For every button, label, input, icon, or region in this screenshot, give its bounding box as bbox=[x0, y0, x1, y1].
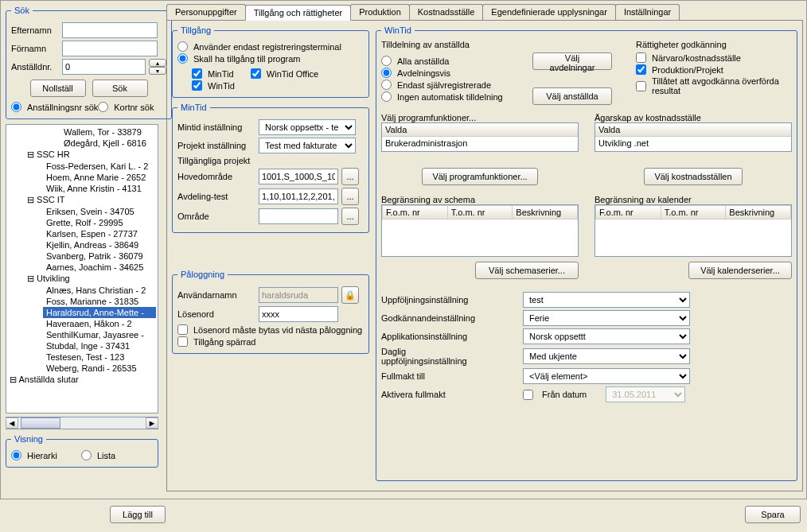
prod-check[interactable] bbox=[636, 64, 646, 75]
mustchange-check[interactable] bbox=[177, 324, 188, 335]
tillatet-check[interactable] bbox=[636, 81, 646, 91]
mintid-setting-select[interactable]: Norsk oppsettx - te bbox=[259, 119, 356, 135]
lastname-label: Efternamn bbox=[11, 25, 59, 35]
blocked-check[interactable] bbox=[177, 336, 188, 347]
tree-item[interactable]: Grette, Rolf - 29995 bbox=[43, 217, 156, 228]
tree-item[interactable]: Wiik, Anne Kristin - 4131 bbox=[43, 183, 156, 194]
tree-item[interactable]: Kjellin, Andreas - 38649 bbox=[43, 239, 156, 250]
agar-listbox[interactable]: Valda Utvikling .net bbox=[595, 122, 792, 152]
tab-1[interactable]: Tillgång och rättigheter bbox=[245, 5, 352, 21]
fullmakt-select[interactable]: <Välj element> bbox=[523, 368, 690, 384]
search-legend: Sök bbox=[11, 6, 33, 15]
tillgang-fieldset: Tillgång Använder endast registreringste… bbox=[172, 25, 369, 98]
uppfolj-select[interactable]: test bbox=[523, 292, 690, 308]
tree-item[interactable]: Karlsen, Espen - 27737 bbox=[43, 228, 156, 239]
tree-item[interactable]: Eriksen, Svein - 34705 bbox=[43, 206, 156, 217]
tree-item[interactable]: Foss-Pedersen, Kari L. - 2 bbox=[43, 161, 156, 172]
firstname-label: Förnamn bbox=[11, 44, 59, 53]
lastname-input[interactable] bbox=[62, 22, 158, 38]
tree-item[interactable]: SenthilKumar, Jayasree - bbox=[43, 329, 156, 340]
godkann-select[interactable]: Ferie bbox=[523, 310, 690, 326]
tree-item[interactable]: Ødegård, Kjell - 6816 bbox=[60, 138, 156, 149]
search-fieldset: Sök Efternamn Förnamn Anställdnr.▲▼ Noll… bbox=[6, 6, 172, 119]
wintidoffice-check[interactable] bbox=[251, 68, 261, 79]
tree-item[interactable]: Haveraaen, Håkon - 2 bbox=[43, 318, 156, 329]
employee-tree[interactable]: Wallem, Tor - 33879Ødegård, Kjell - 6816… bbox=[6, 124, 158, 414]
pfunk-button[interactable]: Välj programfunktioner... bbox=[422, 168, 537, 185]
hovedomrade-input[interactable] bbox=[259, 169, 338, 184]
tree-group[interactable]: SSC IT bbox=[25, 194, 156, 206]
save-button[interactable]: Spara bbox=[745, 506, 801, 523]
visning-legend: Visning bbox=[11, 434, 46, 444]
tree-group[interactable]: Utvikling bbox=[25, 273, 156, 285]
tree-item[interactable]: Weberg, Randi - 26535 bbox=[43, 363, 156, 374]
add-button[interactable]: Lägg till bbox=[110, 506, 166, 523]
date-select: 31.05.2011 bbox=[606, 386, 685, 402]
daglig-select[interactable]: Med ukjente bbox=[523, 348, 690, 364]
lock-icon[interactable]: 🔒 bbox=[341, 286, 359, 304]
cardno-search-radio[interactable] bbox=[98, 102, 108, 112]
tree-hscroll[interactable]: ◄► bbox=[6, 417, 158, 429]
hovedomrade-browse[interactable]: ... bbox=[341, 168, 359, 185]
schema-button[interactable]: Välj schemaserier... bbox=[475, 262, 579, 279]
tab-5[interactable]: Inställningar bbox=[615, 4, 680, 20]
visning-fieldset: Visning Hierarki Lista bbox=[6, 434, 158, 468]
aktivera-check[interactable] bbox=[523, 390, 533, 400]
terminal-radio[interactable] bbox=[177, 41, 188, 52]
alla-radio[interactable] bbox=[381, 56, 392, 66]
kost-button[interactable]: Välj kostnadsställen bbox=[644, 168, 742, 185]
username-input bbox=[259, 287, 338, 303]
empno-label: Anställdnr. bbox=[11, 62, 59, 72]
firstname-input[interactable] bbox=[62, 41, 158, 56]
password-input[interactable] bbox=[259, 306, 338, 322]
valj-avd-button[interactable]: Välj avdelningar bbox=[532, 52, 612, 70]
program-radio[interactable] bbox=[177, 53, 188, 64]
tree-item[interactable]: Testesen, Test - 123 bbox=[43, 351, 156, 363]
project-setting-select[interactable]: Test med fakturate bbox=[259, 138, 356, 153]
mintid-fieldset: MinTid Mintid inställningNorsk oppsettx … bbox=[172, 103, 369, 233]
lista-radio[interactable] bbox=[81, 450, 92, 460]
omrade-input[interactable] bbox=[259, 208, 338, 224]
avdeling-input[interactable] bbox=[259, 188, 338, 204]
schema-grid[interactable]: F.o.m. nrT.o.m. nrBeskrivning bbox=[381, 204, 579, 257]
pfunk-listbox[interactable]: Valda Brukeradministrasjon bbox=[381, 122, 579, 152]
paloggning-fieldset: Påloggning Användarnamn🔒 Lösenord Löseno… bbox=[172, 270, 369, 354]
tree-group[interactable]: SSC HR bbox=[25, 149, 156, 161]
tab-3[interactable]: Kostnadsställe bbox=[409, 4, 484, 20]
mintid-check[interactable] bbox=[192, 68, 202, 79]
valj-anst-button[interactable]: Välj anställda bbox=[532, 87, 612, 105]
tree-item[interactable]: Alnæs, Hans Christian - 2 bbox=[43, 285, 156, 296]
reset-button[interactable]: Nollställ bbox=[30, 80, 86, 97]
tabs: PersonuppgifterTillgång och rättigheterP… bbox=[166, 4, 803, 21]
tree-item[interactable]: Haraldsrud, Anne-Mette - bbox=[43, 307, 156, 318]
endast-radio[interactable] bbox=[381, 80, 392, 90]
wintid-fieldset: WinTid Tilldelning av anställda Alla ans… bbox=[376, 25, 797, 481]
omrade-browse[interactable]: ... bbox=[341, 208, 359, 225]
narvaro-check[interactable] bbox=[636, 52, 646, 63]
tree-item[interactable]: Hoem, Anne Marie - 2652 bbox=[43, 172, 156, 183]
ingen-radio[interactable] bbox=[381, 91, 392, 102]
tab-4[interactable]: Egendefinierade upplysningar bbox=[482, 4, 616, 20]
app-select[interactable]: Norsk oppsettt bbox=[523, 328, 690, 344]
empno-search-radio[interactable] bbox=[11, 102, 21, 112]
avdeling-browse[interactable]: ... bbox=[341, 188, 359, 205]
tree-item[interactable]: Svanberg, Patrik - 36079 bbox=[43, 250, 156, 262]
kal-button[interactable]: Välj kalenderserier... bbox=[688, 262, 792, 279]
empno-input[interactable] bbox=[62, 59, 146, 75]
tab-0[interactable]: Personuppgifter bbox=[166, 4, 246, 20]
wintid-check[interactable] bbox=[192, 80, 202, 91]
hierarki-radio[interactable] bbox=[11, 450, 21, 460]
tree-item[interactable]: Foss, Marianne - 31835 bbox=[43, 296, 156, 307]
search-button[interactable]: Sök bbox=[92, 80, 148, 97]
tree-group[interactable]: Anställda slutar bbox=[8, 374, 156, 386]
tree-item[interactable]: Wallem, Tor - 33879 bbox=[60, 126, 156, 138]
tab-2[interactable]: Produktion bbox=[350, 4, 410, 20]
avd-radio[interactable] bbox=[381, 68, 392, 78]
tree-item[interactable]: Aarnes, Joachim - 34625 bbox=[43, 262, 156, 273]
kal-grid[interactable]: F.o.m. nrT.o.m. nrBeskrivning bbox=[595, 204, 792, 257]
tree-item[interactable]: Stubdal, Inge - 37431 bbox=[43, 340, 156, 351]
